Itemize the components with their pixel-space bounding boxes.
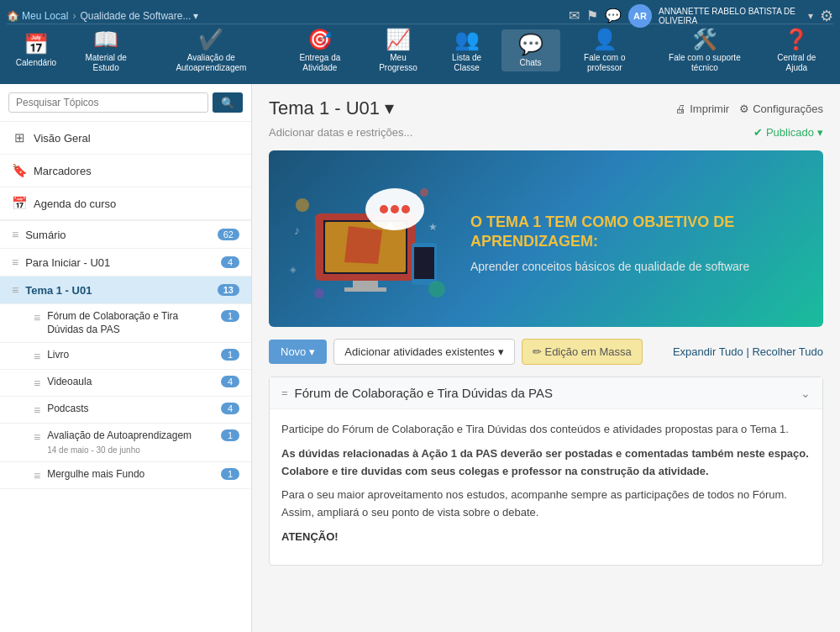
drag-handle-podcasts: ≡ [34, 403, 40, 417]
nav-item-entrega-atividade[interactable]: 🎯Entrega da Atividade [276, 24, 364, 76]
drag-handle-avaliacao-auto: ≡ [34, 430, 40, 444]
nav-item-meu-progresso[interactable]: 📈Meu Progresso [364, 24, 432, 76]
toc-sub-item-podcasts[interactable]: ≡Podcasts4 [0, 397, 251, 424]
svg-text:◈: ◈ [290, 265, 297, 274]
sidebar-item-agenda[interactable]: 📅Agenda do curso [0, 187, 251, 220]
toc-badge-livro: 1 [221, 349, 239, 361]
expand-collapse-area: Expandir Tudo | Recolher Tudo [673, 345, 823, 358]
nav-icon-central-ajuda: ❓ [784, 28, 809, 51]
toc-label-avaliacao-auto: Avaliação de Autoaprendizagem14 de maio … [47, 429, 217, 456]
nav-icon-material-estudo: 📖 [93, 28, 118, 51]
nav-icon-lista-classe: 👥 [454, 28, 480, 51]
svg-point-14 [428, 281, 445, 298]
content-area: Tema 1 - U01 ▾ 🖨 Imprimir ⚙ Configuraçõe… [252, 84, 840, 632]
novo-dropdown-arrow: ▾ [309, 345, 315, 358]
content-header: Tema 1 - U01 ▾ 🖨 Imprimir ⚙ Configuraçõe… [269, 97, 823, 119]
add-existing-button[interactable]: Adicionar atividades existentes ▾ [333, 339, 515, 365]
title-dropdown-arrow[interactable]: ▾ [385, 97, 394, 119]
top-nav: 🏠 Meu Local › Qualidade de Software... ▾… [0, 0, 840, 84]
print-link[interactable]: 🖨 Imprimir [675, 103, 729, 115]
toc-badge-para-iniciar: 4 [221, 256, 239, 268]
published-dropdown-arrow: ▾ [817, 126, 823, 139]
nav-item-fale-suporte[interactable]: 🛠️Fale com o suporte técnico [649, 24, 760, 76]
banner-illustration: ♪ ★ ◈ [281, 163, 449, 314]
settings-icon: ⚙ [739, 103, 749, 115]
drag-handle-mergulhe-mais: ≡ [34, 469, 40, 482]
breadcrumb-dropdown-arrow[interactable]: ▾ [193, 10, 198, 22]
nav-icon-meu-progresso: 📈 [386, 28, 411, 51]
section-header[interactable]: = Fórum de Colaboração e Tira Dúvidas da… [270, 377, 822, 409]
banner-text: O TEMA 1 TEM COMO OBJETIVO DE APRENDIZAG… [462, 150, 823, 327]
collapse-all-link[interactable]: Recolher Tudo [752, 345, 823, 358]
nav-icon-avaliacao-autoaprendizagem: ✔️ [198, 28, 223, 51]
breadcrumb-home[interactable]: Meu Local [22, 10, 68, 22]
section-para-1: As dúvidas relacionadas à Ação 1 da PAS … [281, 445, 811, 481]
drag-handle-para-iniciar: ≡ [12, 255, 18, 269]
sidebar-item-visao-geral[interactable]: ⊞Visão Geral [0, 122, 251, 155]
content-title: Tema 1 - U01 ▾ [269, 97, 394, 119]
toc-sub-item-mergulhe-mais[interactable]: ≡Mergulhe mais Fundo1 [0, 462, 251, 489]
svg-point-7 [380, 205, 388, 213]
toc-sub-item-avaliacao-auto[interactable]: ≡Avaliação de Autoaprendizagem14 de maio… [0, 424, 251, 462]
nav-item-central-ajuda[interactable]: ❓Central de Ajuda [760, 24, 833, 76]
home-icon: 🏠 [7, 10, 19, 22]
main-layout: 🔍 ⊞Visão Geral🔖Marcadores📅Agenda do curs… [0, 84, 840, 632]
toc-item-para-iniciar[interactable]: ≡Para Iniciar - U014 [0, 249, 251, 276]
svg-marker-5 [344, 226, 382, 264]
toc-item-tema1[interactable]: ≡Tema 1 - U0113 [0, 276, 251, 304]
check-icon: ✔ [753, 126, 763, 139]
search-button[interactable]: 🔍 [213, 92, 243, 113]
toc-label-para-iniciar: Para Iniciar - U01 [25, 256, 221, 269]
svg-rect-12 [414, 247, 434, 279]
banner-subtext: Aprender conceitos básicos de qualidade … [470, 260, 806, 273]
chat-bubble-icon[interactable]: 💬 [605, 8, 622, 24]
content-subheader: Adicionar datas e restrições... ✔ Public… [269, 126, 823, 139]
banner-heading: O TEMA 1 TEM COMO OBJETIVO DE APRENDIZAG… [470, 213, 806, 252]
nav-icon-calendario: 📅 [24, 33, 49, 56]
expand-all-link[interactable]: Expandir Tudo [673, 345, 743, 358]
toc-sub-item-videoaula[interactable]: ≡Videoaula4 [0, 370, 251, 397]
nav-item-fale-professor[interactable]: 👤Fale com o professor [560, 24, 650, 76]
published-badge[interactable]: ✔ Publicado ▾ [753, 126, 823, 139]
novo-button[interactable]: Novo ▾ [269, 340, 327, 364]
nav-label-central-ajuda: Central de Ajuda [767, 53, 827, 73]
nav-label-entrega-atividade: Entrega da Atividade [282, 53, 357, 73]
nav-item-lista-classe[interactable]: 👥Lista de Classe [433, 24, 501, 76]
envelope-icon[interactable]: ✉ [569, 8, 580, 24]
toc-sub-item-forum-colaboracao[interactable]: ≡Fórum de Colaboração e Tira Dúvidas da … [0, 304, 251, 343]
nav-icon-fale-professor: 👤 [592, 28, 617, 51]
svg-text:★: ★ [428, 221, 438, 233]
settings-link[interactable]: ⚙ Configurações [739, 103, 823, 115]
edit-massa-button[interactable]: ✏ Edição em Massa [522, 339, 643, 365]
toc-badge-mergulhe-mais: 1 [221, 468, 239, 480]
drag-handle-livro: ≡ [34, 350, 40, 363]
sidebar-search-area: 🔍 [0, 84, 251, 122]
add-dates-link[interactable]: Adicionar datas e restrições... [269, 126, 412, 139]
flag-icon[interactable]: ⚑ [586, 8, 598, 24]
nav-label-meu-progresso: Meu Progresso [370, 53, 425, 73]
section-block: = Fórum de Colaboração e Tira Dúvidas da… [269, 377, 823, 566]
nav-item-calendario[interactable]: 📅Calendário [7, 29, 66, 71]
section-chevron: ⌄ [801, 387, 811, 400]
search-input[interactable] [8, 92, 208, 113]
svg-rect-2 [353, 281, 378, 287]
banner-image: ♪ ★ ◈ [269, 150, 462, 327]
toc-sub-item-livro[interactable]: ≡Livro1 [0, 343, 251, 370]
sidebar-item-marcadores[interactable]: 🔖Marcadores [0, 155, 251, 187]
section-body: Participe do Fórum de Colaboração e Tira… [270, 409, 822, 565]
breadcrumb-sep1: › [72, 10, 76, 22]
toc-item-sumario[interactable]: ≡Sumário62 [0, 221, 251, 249]
breadcrumb-row: 🏠 Meu Local › Qualidade de Software... ▾… [7, 8, 833, 24]
toc-badge-sumario: 62 [218, 229, 239, 240]
toc-badge-videoaula: 4 [221, 376, 239, 387]
section-para-0: Participe do Fórum de Colaboração e Tira… [281, 421, 811, 439]
svg-point-8 [391, 205, 399, 213]
gear-icon[interactable]: ⚙ [820, 7, 833, 25]
nav-item-avaliacao-autoaprendizagem[interactable]: ✔️Avaliação de Autoaprendizagem [146, 24, 276, 76]
nav-inner: 🏠 Meu Local › Qualidade de Software... ▾… [7, 8, 833, 76]
sni-label-agenda: Agenda do curso [34, 198, 116, 210]
nav-item-material-estudo[interactable]: 📖Material de Estudo [66, 24, 146, 76]
nav-item-chats[interactable]: 💬Chats [501, 29, 560, 71]
user-dropdown-arrow[interactable]: ▾ [808, 10, 813, 22]
toc-label-mergulhe-mais: Mergulhe mais Fundo [47, 468, 217, 482]
